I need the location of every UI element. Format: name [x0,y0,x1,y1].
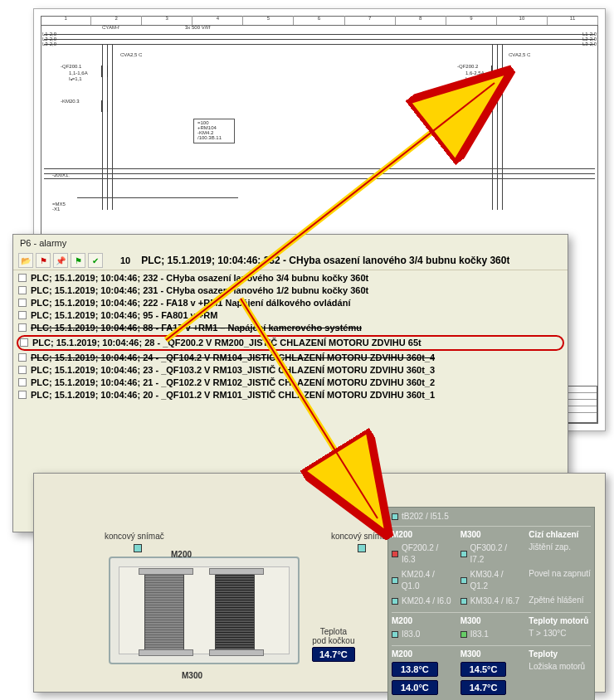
alarm-toolbar: 📂 ⚑ 📌 ⚑ ✔ 10 PLC; 15.1.2019; 10:04:46; 2… [13,251,568,270]
alarm-text: PLC; 15.1.2019; 10:04:46; 231 - CHyba os… [31,284,368,297]
temp-readout: 13.8°C [392,662,438,677]
drum-m300 [215,574,255,650]
alarm-row[interactable]: PLC; 15.1.2019; 10:04:46; 95 - FA801 v +… [18,309,563,322]
drum-m200 [144,574,184,650]
alarm-row[interactable]: PLC; 15.1.2019; 10:04:46; 28 - _QF200.2 … [17,335,564,351]
alarm-count: 10 [120,255,130,265]
limit-switch-icon [134,544,142,552]
alarm-text: PLC; 15.1.2019; 10:04:46; 28 - _QF200.2 … [32,337,422,349]
motor-diagram [109,557,300,664]
alarm-checkbox[interactable] [18,311,27,319]
alarm-row[interactable]: PLC; 15.1.2019; 10:04:46; 21 - _QF102.2 … [18,377,563,389]
m300-bottom-label: M300 [182,671,202,680]
limit-switch-icon [358,544,366,552]
limit-switch-label-left: koncový snímač [105,532,164,541]
open-icon[interactable]: 📂 [18,253,33,268]
alarm-text: PLC; 15.1.2019; 10:04:46; 23 - _QF103.2 … [31,364,435,377]
alarm-checkbox[interactable] [18,366,27,374]
alarm-checkbox[interactable] [18,353,27,362]
alarm-text: PLC; 15.1.2019; 10:04:46; 20 - _QF101.2 … [31,389,435,401]
alarm-text: PLC; 15.1.2019; 10:04:46; 222 - FA18 v +… [31,297,350,309]
alarm-checkbox[interactable] [18,391,27,399]
hmi-panel: koncový snímač koncový snímač M200 M300 … [33,473,606,693]
status-indicator-fault [392,551,398,557]
alarm-checkbox[interactable] [18,323,27,332]
m200-top-label: M200 [171,550,192,559]
alarm-text: PLC; 15.1.2019; 10:04:46; 88 - FA17 v +R… [31,322,362,334]
alarm-text: PLC; 15.1.2019; 10:04:46; 95 - FA801 v +… [31,309,217,322]
alarm-row[interactable]: PLC; 15.1.2019; 10:04:46; 231 - CHyba os… [18,284,563,297]
alarm-row[interactable]: PLC; 15.1.2019; 10:04:46; 20 - _QF101.2 … [18,389,563,401]
temp-readout: 14.5°C [460,662,507,677]
flag-green-icon[interactable]: ⚑ [71,253,85,268]
alarm-row[interactable]: PLC; 15.1.2019; 10:04:46; 88 - FA17 v +R… [18,322,563,334]
alarm-checkbox[interactable] [18,274,27,282]
alarm-row[interactable]: PLC; 15.1.2019; 10:04:46; 232 - CHyba os… [18,272,563,284]
alarm-text: PLC; 15.1.2019; 10:04:46; 21 - _QF102.2 … [31,377,435,389]
alarm-checkbox[interactable] [18,299,27,307]
alarm-checkbox[interactable] [20,338,28,347]
hmi-status-panel: tB202 / I51.5 M200 M300 Cizí chlazení QF… [387,507,595,700]
alarm-list: PLC; 15.1.2019; 10:04:46; 232 - CHyba os… [13,270,568,403]
alarm-checkbox[interactable] [18,286,27,294]
temp-readout: 14.7°C [460,680,507,695]
alarm-checkbox[interactable] [18,378,27,386]
alarm-title: P6 - alarmy [13,235,568,251]
alarm-headline: PLC; 15.1.2019; 10:04:46; 232 - CHyba os… [141,255,509,266]
limit-switch-label-right: koncový snímač [331,532,391,541]
alarm-text: PLC; 15.1.2019; 10:04:46; 24 - _QF104.2 … [31,352,435,364]
temp-readout: 14.0°C [392,680,438,695]
check-icon[interactable]: ✔ [88,253,103,268]
alarm-row[interactable]: PLC; 15.1.2019; 10:04:46; 24 - _QF104.2 … [18,352,563,364]
pin-icon[interactable]: 📌 [53,253,68,268]
alarm-row[interactable]: PLC; 15.1.2019; 10:04:46; 222 - FA18 v +… [18,297,563,309]
alarm-text: PLC; 15.1.2019; 10:04:46; 232 - CHyba os… [31,272,368,284]
flag-red-icon[interactable]: ⚑ [36,253,51,268]
temp-under-trolley: Teplota pod kočkou 14.7°C [312,627,355,662]
alarm-row[interactable]: PLC; 15.1.2019; 10:04:46; 23 - _QF103.2 … [18,364,563,377]
schematic-ruler: 1234567891011 [41,16,598,26]
